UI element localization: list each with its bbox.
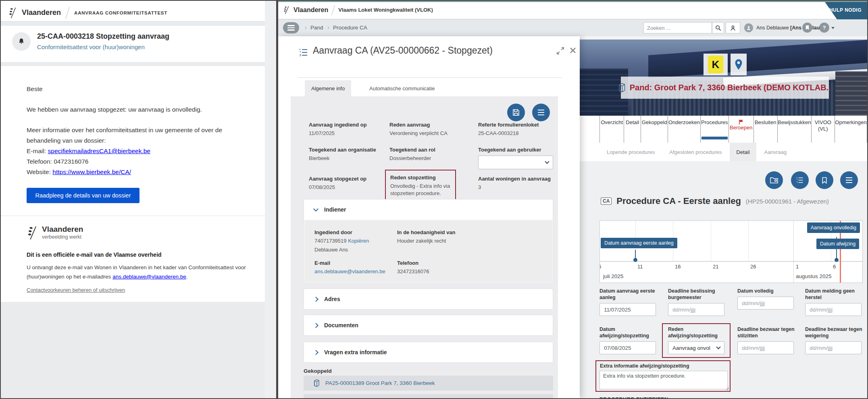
chevron-right-icon: › xyxy=(305,24,307,31)
procedure-title-row: CA Procedure CA - Eerste aanleg (HP25-00… xyxy=(601,196,829,206)
kotlab-logo: K xyxy=(704,54,728,75)
procedure-detail-content: CA Procedure CA - Eerste aanleg (HP25-00… xyxy=(579,161,867,398)
bookmark-button[interactable] xyxy=(802,23,812,33)
modal-body: Aanvraag ingediend op 11/07/2025 Reden a… xyxy=(291,96,558,398)
indiener-accordion-header[interactable]: Indiener xyxy=(304,200,553,220)
recipient-email-link[interactable]: ans.deblauwe@vlaanderen.be xyxy=(112,274,186,280)
actions-menu-button[interactable] xyxy=(532,104,550,121)
expand-icon[interactable] xyxy=(556,47,564,55)
datum-aanvraag-input[interactable]: 11/07/2025 xyxy=(599,303,656,316)
help-button[interactable]: ? xyxy=(819,23,829,33)
procedure-subtabs: Lopende procedures Afgesloten procedures… xyxy=(579,143,867,161)
tab-besluiten[interactable]: Besluiten xyxy=(754,116,778,143)
search-icon xyxy=(715,25,721,31)
datum-melding-input[interactable]: dd/mm/jjjj xyxy=(805,303,862,316)
divider xyxy=(1,62,265,66)
linked-procedure-row[interactable]: CA HP25-00001961 HoofdProcedure CA eerst… xyxy=(304,394,553,398)
tab-vivoo-vl[interactable]: VIVOO (VL) xyxy=(812,116,835,143)
close-icon[interactable] xyxy=(569,47,577,54)
extra-informatie-label: Extra informatie afwijzing/stopzetting xyxy=(600,363,689,369)
tick-1-aug: 1 xyxy=(796,264,799,270)
tab-overzicht[interactable]: Overzicht xyxy=(599,116,624,143)
timeline-label-datum-afwijzing[interactable]: Datum afwijzing xyxy=(816,239,859,249)
procedure-entiteiten-heading: PROCEDURE ENTITEITEN xyxy=(599,396,668,398)
search-button[interactable] xyxy=(712,22,724,33)
linked-pand-row[interactable]: PA25-00001389 Groot Park 7, 3360 Bierbee… xyxy=(304,376,553,391)
email-scroll-gutter[interactable] xyxy=(265,1,276,398)
vragen-extra-informatie-section: Vragen extra informatie xyxy=(304,342,553,363)
brand-divider xyxy=(331,5,335,15)
search-input[interactable] xyxy=(643,22,712,33)
datum-volledig-input[interactable]: dd/mm/jjjj xyxy=(737,297,794,310)
extra-informatie-textarea[interactable]: Extra info via stopzetten procedure. xyxy=(599,371,728,389)
subtab-lopende-procedures[interactable]: Lopende procedures xyxy=(600,143,661,161)
vragen-accordion-header[interactable]: Vragen extra informatie xyxy=(304,342,553,362)
dossier-folder-button[interactable] xyxy=(765,171,783,189)
website-link[interactable]: https://www.bierbeek.be/CA/ xyxy=(52,168,131,175)
main-menu-button[interactable] xyxy=(283,22,299,33)
map-pin-button[interactable] xyxy=(731,54,747,75)
tab-opmerkingen[interactable]: Opmerkingen xyxy=(835,116,867,143)
save-button[interactable] xyxy=(507,104,525,121)
indiener-email-link[interactable]: ans.deblauwe@vlaanderen.be xyxy=(314,268,403,275)
subtab-aanvraag[interactable]: Aanvraag xyxy=(758,143,793,161)
tab-onderzoeken[interactable]: Onderzoeken xyxy=(668,116,700,143)
gekoppeld-label: Gekoppeld xyxy=(304,368,332,374)
chevron-down-icon xyxy=(716,345,720,349)
email-body: Beste We hebben uw aanvraag stopgezet: u… xyxy=(1,66,265,216)
chevron-right-icon: › xyxy=(327,24,329,31)
email-preview-pane: Vlaanderen AANVRAAG CONFORMITEITSATTEST … xyxy=(1,1,276,398)
user-avatar[interactable] xyxy=(744,23,753,32)
view-dossier-button[interactable]: Raadpleeg de details van uw dossier xyxy=(27,188,139,203)
datum-afwijzing-input[interactable]: 07/08/2025 xyxy=(599,341,656,354)
resize-handle-icon[interactable] xyxy=(725,387,729,390)
breadcrumb-pand[interactable]: Pand xyxy=(310,25,323,31)
field-email: E-mail ans.deblauwe@vlaanderen.be xyxy=(314,260,403,275)
field-toegekend-organisatie: Toegekend aan organisatie Bierbeek xyxy=(309,146,383,162)
tab-detail[interactable]: Detail xyxy=(624,116,641,143)
vlok-app: Vlaanderen Vlaams Loket Woningkwaliteit … xyxy=(278,1,867,398)
contact-email-link[interactable]: specifiekmailadresCA1@bierbeek.be xyxy=(48,148,150,154)
tab-bewijsstukken[interactable]: Bewijsstukken xyxy=(778,116,812,143)
chevron-down-icon xyxy=(313,206,318,212)
breadcrumb-procedure-ca[interactable]: Procedure CA xyxy=(333,25,367,31)
deadline-stilzitten-input[interactable]: dd/mm/jjjj xyxy=(737,341,794,354)
divider xyxy=(298,77,562,78)
ordered-list-button[interactable] xyxy=(791,171,809,189)
field-toegekend-gebruiker: Toegekend aan gebruiker xyxy=(478,146,553,169)
timeline-label-datum-aanvraag[interactable]: Datum aanvraag eerste aanleg xyxy=(601,238,677,248)
field-toegekend-rol: Toegekend aan rol Dossierbeheerder xyxy=(389,146,468,162)
ca-badge: CA xyxy=(601,197,612,205)
adres-accordion-header[interactable]: Adres xyxy=(304,289,553,309)
event-dot-aanvraag xyxy=(633,258,637,262)
actions-menu-button[interactable] xyxy=(840,171,858,189)
copy-link[interactable]: Kopiëren xyxy=(348,238,369,244)
bookmark-button[interactable] xyxy=(816,171,833,189)
tab-beroepen[interactable]: Beroepen xyxy=(729,116,754,143)
tab-procedures[interactable]: Procedures xyxy=(701,116,729,143)
rijksregisternummer: 74071739519 xyxy=(314,238,347,244)
contact-phone-line: Telefoon: 0472316076 xyxy=(27,156,265,167)
footer-info-period: . xyxy=(186,274,188,280)
documenten-accordion-header[interactable]: Documenten xyxy=(304,315,553,335)
contact-email-line: E-mail: specifiekmailadresCA1@bierbeek.b… xyxy=(27,146,265,156)
ordered-list-icon xyxy=(299,48,308,57)
subtab-detail[interactable]: Detail xyxy=(730,143,756,161)
reden-afwijzing-select[interactable]: Aanvraag onvol xyxy=(668,341,724,354)
deadline-beslissing-input[interactable]: dd/mm/jjjj xyxy=(668,303,724,316)
tab-automatische-communicatie[interactable]: Automatische communicatie xyxy=(363,80,441,96)
subtab-afgesloten-procedures[interactable]: Afgesloten procedures xyxy=(663,143,728,161)
footer-brand: Vlaanderen xyxy=(42,225,83,233)
toegekend-gebruiker-select[interactable] xyxy=(478,156,553,169)
divider xyxy=(1,22,265,26)
window-top-edge xyxy=(278,1,867,2)
unsubscribe-link[interactable]: Contactvoorkeuren beheren of uitschrijve… xyxy=(27,287,125,293)
tab-gekoppeld[interactable]: Gekoppeld xyxy=(641,116,668,143)
timeline-label-aanvraag-onvolledig[interactable]: Aanvraag onvolledig xyxy=(807,222,860,233)
field-deadline-beslissing-burgemeester: Deadline beslissing burgemeester dd/mm/j… xyxy=(668,288,732,316)
person-search-button[interactable] xyxy=(726,22,740,33)
extra-informatie-highlight: Extra informatie afwijzing/stopzetting E… xyxy=(595,360,731,392)
official-notice: Dit is een officiële e-mail van de Vlaam… xyxy=(27,251,265,258)
deadline-weigering-input[interactable]: dd/mm/jjjj xyxy=(805,341,862,354)
tab-algemene-info[interactable]: Algemene info xyxy=(305,80,351,96)
